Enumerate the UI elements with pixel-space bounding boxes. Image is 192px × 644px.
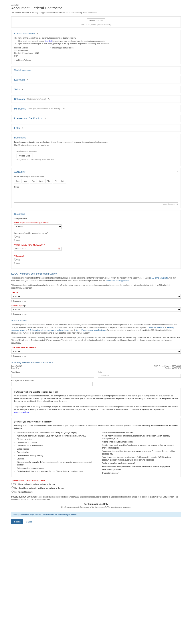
- availability-question: Which days are you available to work?: [14, 176, 178, 178]
- gender-decline-checkbox[interactable]: [11, 300, 14, 302]
- veteran-select[interactable]: Choose...: [11, 349, 181, 354]
- q-start-label: When can you start? (MM/DD/YYYY): [14, 244, 178, 246]
- referred-yes-radio[interactable]: [14, 235, 16, 238]
- how-title: How do you know if you have a disability…: [14, 420, 178, 423]
- chevron-up-icon: ⌃: [176, 171, 178, 173]
- warning-bar: Once you leave this page, you won't be a…: [11, 512, 181, 518]
- employee-id-label: Employee ID: (if applicable): [11, 380, 93, 382]
- licenses-header[interactable]: Licenses and Certifications＋: [11, 115, 181, 122]
- documents-header[interactable]: Documents ⌃: [11, 134, 181, 141]
- omb-expires: Expires 04/30/2026: [154, 367, 181, 369]
- sign-out-link[interactable]: Sign Out: [45, 40, 52, 42]
- employee-id-input[interactable]: [11, 382, 93, 386]
- calendar-icon[interactable]: 📅: [58, 248, 60, 250]
- pencil-icon[interactable]: ✎: [63, 108, 65, 110]
- pencil-icon[interactable]: ✎: [37, 32, 38, 34]
- ofccp-link[interactable]: www.dol.gov/ofccp: [14, 411, 29, 413]
- eeo-poster-link[interactable]: EEO is the Law poster: [150, 277, 168, 279]
- q-referred-label: Were you referred by a current employee?: [14, 232, 178, 234]
- why-title: Why are you being asked to complete this…: [14, 390, 178, 393]
- start-date-input[interactable]: [14, 247, 61, 251]
- disability-decline-radio[interactable]: [11, 490, 14, 492]
- eeo-supplement-link[interactable]: EEO is the Law Supplement: [106, 280, 129, 282]
- form-cc: Form CC-305: [11, 365, 22, 367]
- notes-label: Notes: [14, 186, 178, 188]
- why-p2: Completing this form is voluntary, and w…: [14, 405, 178, 414]
- motivations-header[interactable]: MotivationsWhat gets you out of bed in t…: [11, 105, 181, 112]
- no-documents-text: No documents uploaded.: [16, 150, 176, 152]
- omb-number: OMB Control Number 1250-0005: [154, 365, 181, 367]
- disability-yes-radio[interactable]: [11, 482, 14, 485]
- ethnic-label: Ethnic Origin ?: [11, 304, 181, 306]
- links-header[interactable]: Links✎: [11, 124, 181, 132]
- veteran-q-label: Are you a protected veteran?: [11, 346, 181, 348]
- hear-select[interactable]: Choose...: [14, 224, 61, 229]
- date-input[interactable]: [98, 374, 181, 378]
- burden-statement: PUBLIC BURDEN STATEMENT: According to th…: [11, 496, 181, 501]
- availability-header[interactable]: Availability ⌃: [11, 168, 181, 176]
- your-name-input[interactable]: [11, 374, 94, 378]
- upload-file-hint: DOC, DOCX, PDF, JPG or PNG (Max file siz…: [16, 159, 176, 161]
- upload-resume-button[interactable]: Upload Resume: [87, 18, 105, 23]
- day-chip[interactable]: Fri: [53, 179, 59, 184]
- your-name-label: Your Name: [11, 371, 94, 373]
- gender-label: Gender: [11, 292, 181, 294]
- submit-button[interactable]: Submit: [11, 519, 23, 524]
- skills-header[interactable]: Skills✎: [11, 86, 181, 93]
- eeoc-p1: This employer is required to notify all …: [11, 276, 181, 282]
- disability-title: Voluntary Self-Identification of Disabil…: [11, 361, 181, 364]
- help-icon[interactable]: ?: [23, 305, 25, 306]
- ethnic-decline-checkbox[interactable]: [11, 313, 14, 315]
- q-hear-label: How did you hear about this opportunity?: [14, 222, 178, 224]
- date-label: Date: [98, 371, 181, 373]
- form-page: Page 1 of 1: [11, 367, 22, 369]
- education-header[interactable]: Education＋: [11, 76, 181, 83]
- required-note: Required field: [14, 218, 178, 220]
- gender-select[interactable]: Choose...: [11, 294, 181, 298]
- pencil-icon[interactable]: ✎: [21, 127, 23, 129]
- pencil-icon[interactable]: ✎: [21, 88, 23, 90]
- q1-label: Question 1: [14, 255, 178, 257]
- intro-text: You can use a resume to fill out your ap…: [11, 12, 181, 14]
- disability-list-left: Alcohol or other substance use disorder …: [14, 431, 93, 475]
- behaviors-header[interactable]: BehaviorsWhat is your work style?✎: [11, 96, 181, 102]
- contact-email: mmalone@thisisfake.co.uk: [50, 46, 73, 58]
- eeoc-p2: This employer is subject to certain nond…: [11, 284, 181, 289]
- ethnic-select[interactable]: Choose...: [11, 307, 181, 312]
- day-chip[interactable]: Sat: [59, 179, 66, 184]
- veteran-decline-checkbox[interactable]: [11, 355, 14, 357]
- why-p1: We are a federal contractor or subcontra…: [14, 394, 178, 402]
- employer-only-title: For Employer Use Only: [11, 503, 181, 505]
- work-experience-header[interactable]: Work Experience＋: [11, 66, 181, 74]
- cancel-button[interactable]: Cancel: [24, 519, 34, 524]
- disability-list-right: Intellectual or developmental disability…: [99, 431, 179, 475]
- apply-for-label: Apply for:: [11, 4, 181, 6]
- job-title: Accountant, Federal Contractor: [11, 6, 181, 10]
- disability-no-radio[interactable]: [11, 486, 14, 489]
- chevron-up-icon: ⌃: [176, 32, 178, 34]
- contact-address: Meredith Malone 127 Wister Mews Blue Bel…: [14, 46, 39, 58]
- contact-title: Contact Information: [14, 32, 35, 35]
- upload-file-button[interactable]: Upload a File: [16, 154, 33, 158]
- referred-no-radio[interactable]: [14, 239, 16, 242]
- plus-icon[interactable]: ＋: [34, 69, 36, 72]
- day-chip[interactable]: Sun: [14, 179, 21, 184]
- contact-header[interactable]: Contact Information ✎ ⌃: [11, 30, 181, 37]
- day-chip[interactable]: Wed: [37, 179, 45, 184]
- day-chip[interactable]: Tue: [30, 179, 37, 184]
- plus-icon[interactable]: ＋: [26, 78, 28, 81]
- how-p1: A disability is a condition that substan…: [14, 424, 178, 430]
- upload-resume-hint: DOC, DOCX, or PDF (Max file size 4MB): [11, 24, 181, 26]
- veteran-title: Veteran Status: [11, 319, 181, 322]
- char-count: 4000 characters left: [14, 203, 178, 205]
- day-chip[interactable]: Mon: [22, 179, 29, 184]
- pencil-icon[interactable]: ✎: [48, 98, 50, 100]
- disability-options-label: Please choose one of the options below:: [11, 480, 181, 482]
- q1-yes-radio[interactable]: [14, 258, 16, 260]
- notes-textarea[interactable]: [14, 188, 178, 202]
- contact-note: The name on the account you are currentl…: [14, 37, 178, 39]
- q1-no-radio[interactable]: [14, 262, 16, 264]
- day-chip[interactable]: Thu: [45, 179, 52, 184]
- chevron-up-icon: ⌃: [176, 137, 178, 139]
- plus-icon[interactable]: ＋: [44, 117, 46, 120]
